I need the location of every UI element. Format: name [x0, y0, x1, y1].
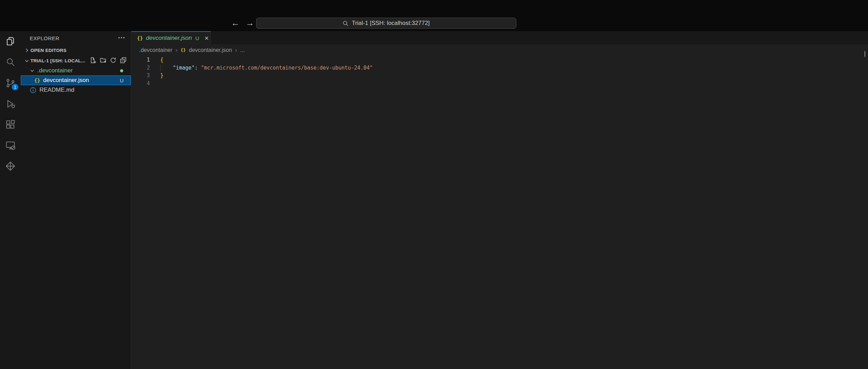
json-file-icon: {}: [34, 78, 40, 83]
open-editors-section[interactable]: OPEN EDITORS: [21, 45, 131, 55]
sidebar-header: EXPLORER: [21, 31, 131, 45]
tab-devcontainer-json[interactable]: {} devcontainer.json U ×: [132, 31, 211, 44]
command-center-title: Trial-1 [SSH: localhost:32772]: [352, 20, 430, 27]
nav-forward-button[interactable]: →: [245, 17, 255, 28]
new-folder-button[interactable]: [100, 57, 107, 65]
extensions-icon: [5, 119, 16, 130]
code-line: 2 "image": "mcr.microsoft.com/devcontain…: [132, 64, 868, 72]
activity-item-containers[interactable]: [0, 156, 21, 177]
tab-label: devcontainer.json: [146, 35, 192, 42]
tree-item-readme[interactable]: README.md: [21, 85, 131, 95]
titlebar: ← → Trial-1 [SSH: localhost:32772]: [0, 0, 868, 31]
refresh-button[interactable]: [110, 57, 117, 65]
indent-guide: [160, 64, 161, 72]
forward-arrow-icon: →: [246, 18, 254, 28]
collapse-all-button[interactable]: [120, 57, 127, 65]
nav-controls: ← →: [230, 17, 255, 28]
explorer-more-actions-button[interactable]: [118, 34, 125, 43]
code-line-text: "image": "mcr.microsoft.com/devcontainer…: [160, 64, 373, 72]
chevron-down-icon: [29, 68, 35, 74]
breadcrumb-item-file[interactable]: devcontainer.json: [189, 47, 232, 53]
sidebar-title: EXPLORER: [30, 35, 60, 41]
explorer-files-icon: [5, 36, 16, 47]
open-editors-label: OPEN EDITORS: [30, 48, 66, 53]
code-line: 1{: [132, 56, 868, 64]
untracked-decoration-dot: [120, 69, 123, 72]
workspace-section[interactable]: TRIAL-1 [SSH: LOCAL...: [21, 55, 131, 66]
activity-item-source-control[interactable]: 1: [0, 73, 21, 93]
activity-bar: 1: [0, 31, 21, 369]
breadcrumb: .devcontainer › {} devcontainer.json › .…: [132, 44, 868, 56]
refresh-icon: [110, 57, 117, 64]
chevron-right-icon: [24, 47, 30, 53]
code-line-text: {: [160, 56, 163, 64]
line-number: 2: [132, 64, 150, 72]
overview-ruler-marker: [865, 51, 865, 57]
json-file-icon: {}: [181, 47, 186, 53]
line-number: 4: [132, 80, 150, 88]
activity-item-run-debug[interactable]: [0, 93, 21, 114]
close-icon: ×: [205, 34, 209, 42]
remote-explorer-icon: [5, 140, 16, 151]
explorer-toolbar: [90, 57, 131, 65]
collapse-all-icon: [120, 57, 127, 64]
run-and-debug-icon: [5, 99, 16, 109]
line-number: 1: [132, 56, 150, 64]
code-line: 4: [132, 80, 868, 88]
search-icon: [5, 57, 16, 68]
json-file-icon: {}: [137, 35, 143, 41]
breadcrumb-separator: ›: [175, 47, 178, 54]
search-icon: [343, 20, 349, 26]
activity-item-extensions[interactable]: [0, 114, 21, 135]
breadcrumb-separator: ›: [235, 47, 237, 54]
code-line: 3}: [132, 72, 868, 80]
tab-git-badge: U: [195, 35, 199, 41]
activity-item-search[interactable]: [0, 52, 21, 73]
line-number: 3: [132, 72, 150, 80]
file-tree: .devcontainer {} devcontainer.json U REA…: [21, 66, 131, 95]
file-label: README.md: [39, 87, 74, 93]
code-lines: 1{2 "image": "mcr.microsoft.com/devconta…: [132, 56, 868, 87]
file-label: devcontainer.json: [43, 77, 89, 84]
code-line-text: }: [160, 72, 163, 80]
breadcrumb-item-symbol[interactable]: ...: [240, 47, 245, 53]
new-file-icon: [90, 57, 97, 64]
tree-item-devcontainer-folder[interactable]: .devcontainer: [21, 66, 131, 75]
workspace-label: TRIAL-1 [SSH: LOCAL...: [30, 58, 85, 63]
git-status-badge: U: [120, 78, 130, 83]
command-center-search[interactable]: Trial-1 [SSH: localhost:32772]: [256, 18, 516, 29]
info-icon: [30, 87, 36, 93]
tab-close-button[interactable]: ×: [205, 35, 209, 42]
editor-group: {} devcontainer.json U × .devcontainer ›…: [132, 31, 868, 369]
folder-label: .devcontainer: [37, 67, 73, 74]
activity-item-remote-explorer[interactable]: [0, 135, 21, 156]
explorer-sidebar: EXPLORER OPEN EDITORS TRIAL-1 [SSH: LOCA…: [21, 31, 131, 369]
containers-icon: [5, 161, 16, 171]
source-control-badge: 1: [12, 84, 18, 90]
code-editor[interactable]: 1{2 "image": "mcr.microsoft.com/devconta…: [132, 56, 868, 87]
nav-back-button[interactable]: ←: [230, 17, 240, 28]
chevron-down-icon: [24, 57, 30, 64]
back-arrow-icon: ←: [231, 18, 240, 28]
tree-item-devcontainer-json[interactable]: {} devcontainer.json U: [21, 75, 131, 85]
more-actions-icon: [118, 34, 125, 42]
activity-item-explorer[interactable]: [0, 31, 21, 52]
tab-strip: {} devcontainer.json U ×: [132, 31, 868, 44]
breadcrumb-item-folder[interactable]: .devcontainer: [139, 47, 172, 53]
new-folder-icon: [100, 57, 107, 64]
new-file-button[interactable]: [90, 57, 97, 65]
